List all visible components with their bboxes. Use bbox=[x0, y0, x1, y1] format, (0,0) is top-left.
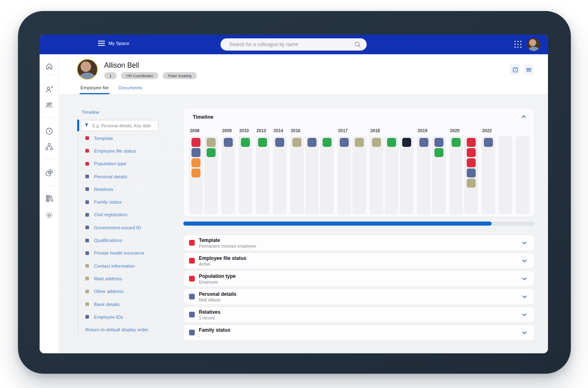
sidebar-item-civil-registration[interactable]: Civil registration bbox=[78, 208, 176, 221]
timeline-event-marker[interactable] bbox=[307, 138, 316, 147]
item-color-bullet bbox=[85, 239, 89, 242]
timeline-event-marker[interactable] bbox=[224, 138, 233, 147]
chevron-up-icon[interactable] bbox=[520, 113, 527, 120]
employee-badge: 1 bbox=[104, 72, 117, 79]
tablet-frame: My Space bbox=[18, 11, 571, 374]
tab-documents[interactable]: Documents bbox=[118, 85, 143, 94]
home-icon[interactable] bbox=[45, 62, 53, 71]
sidebar-item-other-address[interactable]: Other address bbox=[78, 285, 176, 298]
timeline-event-marker[interactable] bbox=[467, 179, 476, 188]
timeline-event-marker[interactable] bbox=[192, 169, 200, 177]
sidebar-item-label: Qualifications bbox=[94, 238, 122, 243]
timeline-event-marker[interactable] bbox=[340, 138, 349, 147]
people-icon[interactable] bbox=[45, 101, 53, 109]
sidebar-item-relatives[interactable]: Relatives bbox=[78, 183, 176, 195]
timeline-scrollbar-thumb[interactable] bbox=[183, 222, 492, 226]
settings-icon[interactable] bbox=[45, 211, 53, 219]
sidebar-item-bank-details[interactable]: Bank details bbox=[78, 298, 176, 310]
chevron-down-icon[interactable] bbox=[521, 275, 528, 282]
timeline-event-marker[interactable] bbox=[192, 138, 200, 147]
timeline-event-marker[interactable] bbox=[419, 138, 428, 147]
timeline-columns bbox=[417, 136, 446, 214]
sidebar-item-employee-ids[interactable]: Employee IDs bbox=[78, 310, 176, 323]
main-menu-button[interactable]: My Space bbox=[98, 40, 129, 46]
timeline-event-marker[interactable] bbox=[207, 148, 216, 157]
timeline-event-marker[interactable] bbox=[387, 138, 396, 147]
chevron-down-icon[interactable] bbox=[521, 257, 528, 264]
timeline-year-group: 2020 bbox=[449, 128, 478, 214]
timeline-year-label: 2014 bbox=[274, 128, 287, 136]
timeline-event-marker[interactable] bbox=[467, 138, 476, 147]
chevron-down-icon[interactable] bbox=[521, 329, 528, 336]
search-input[interactable] bbox=[220, 38, 354, 51]
tab-employee-file[interactable]: Employee file bbox=[80, 85, 109, 94]
timeline-event-marker[interactable] bbox=[467, 148, 476, 157]
section-row-population-type[interactable]: Population typeEmployee bbox=[183, 270, 535, 287]
section-row-employee-file-status[interactable]: Employee file statusActive bbox=[183, 253, 535, 269]
timeline-event-marker[interactable] bbox=[372, 138, 381, 147]
timeline-column bbox=[481, 136, 495, 214]
library-icon[interactable] bbox=[45, 194, 53, 203]
timeline-event-marker[interactable] bbox=[452, 138, 461, 147]
timeline-event-marker[interactable] bbox=[275, 138, 284, 147]
reset-display-order-link[interactable]: Return to default display order bbox=[78, 323, 176, 336]
search-icon[interactable] bbox=[354, 41, 361, 48]
app-grid-icon[interactable] bbox=[514, 41, 523, 48]
sidebar-item-main-address[interactable]: Main address bbox=[78, 272, 176, 285]
section-filter-input[interactable] bbox=[81, 120, 158, 131]
timeline-event-marker[interactable] bbox=[355, 138, 364, 147]
timeline-event-marker[interactable] bbox=[434, 138, 443, 147]
rail-divider bbox=[45, 186, 54, 186]
user-avatar[interactable] bbox=[527, 38, 540, 51]
timeline-event-marker[interactable] bbox=[192, 148, 200, 157]
section-row-personal-details[interactable]: Personal detailsBell/ Allison bbox=[183, 288, 535, 305]
timeline-event-marker[interactable] bbox=[484, 138, 493, 147]
sidebar-item-label: Private health insurance bbox=[94, 251, 144, 255]
timeline-event-marker[interactable] bbox=[467, 158, 476, 167]
section-row-relatives[interactable]: Relatives1 record bbox=[183, 306, 535, 323]
sidebar-item-label: Civil registration bbox=[94, 212, 127, 217]
timeline-year-label: 2017 bbox=[338, 128, 366, 136]
analytics-icon[interactable] bbox=[45, 169, 53, 177]
chevron-down-icon[interactable] bbox=[521, 311, 528, 318]
sidebar-item-qualifications[interactable]: Qualifications bbox=[78, 234, 176, 246]
org-chart-icon[interactable] bbox=[45, 142, 53, 151]
timeline-event-marker[interactable] bbox=[192, 158, 200, 167]
sidebar-item-population-type[interactable]: Population type bbox=[78, 157, 176, 170]
timeline-event-marker[interactable] bbox=[241, 138, 250, 147]
timeline-year-group: 2018 bbox=[370, 128, 414, 214]
timeline-columns bbox=[499, 136, 512, 214]
section-title: Personal details bbox=[199, 291, 236, 297]
sidebar-item-template[interactable]: Template bbox=[78, 132, 176, 144]
chevron-down-icon[interactable] bbox=[521, 293, 528, 300]
timeline-column bbox=[238, 136, 252, 214]
employee-avatar[interactable] bbox=[77, 59, 98, 80]
timeline-event-marker[interactable] bbox=[402, 138, 411, 147]
sidebar-timeline-link[interactable]: Timeline bbox=[82, 110, 99, 115]
chevron-down-icon[interactable] bbox=[521, 239, 528, 246]
timeline-event-marker[interactable] bbox=[258, 138, 267, 147]
section-row-family-status[interactable]: Family status- bbox=[183, 324, 535, 341]
timeline-event-marker[interactable] bbox=[467, 169, 476, 177]
timeline-column bbox=[273, 136, 287, 214]
timeline-year-label bbox=[517, 128, 530, 136]
sidebar-item-employee-file-status[interactable]: Employee file status bbox=[78, 144, 176, 157]
section-row-template[interactable]: TemplatePermanent contract employee bbox=[183, 235, 535, 251]
timeline-groups: 2008200920102013201420162017201820192020… bbox=[189, 128, 530, 214]
calendar-button[interactable] bbox=[510, 64, 521, 75]
sidebar-item-contact-information[interactable]: Contact information bbox=[78, 259, 176, 272]
timeline-event-marker[interactable] bbox=[292, 138, 301, 147]
timeline-event-marker[interactable] bbox=[207, 138, 216, 147]
timeline-columns bbox=[290, 136, 334, 214]
timeline-event-marker[interactable] bbox=[323, 138, 332, 147]
display-options-button[interactable] bbox=[523, 64, 534, 75]
sidebar-item-family-status[interactable]: Family status bbox=[78, 195, 176, 208]
timeline-columns bbox=[189, 136, 218, 214]
sidebar-item-private-health-insurance[interactable]: Private health insurance bbox=[78, 247, 176, 259]
time-icon[interactable] bbox=[45, 127, 53, 135]
add-person-icon[interactable] bbox=[45, 85, 53, 94]
sidebar-item-government-issued-id[interactable]: Government-issued ID bbox=[78, 221, 176, 234]
sidebar-item-personal-details[interactable]: Personal details bbox=[78, 170, 176, 183]
timeline-scrollbar-track[interactable] bbox=[183, 222, 535, 226]
timeline-event-marker[interactable] bbox=[434, 148, 443, 157]
